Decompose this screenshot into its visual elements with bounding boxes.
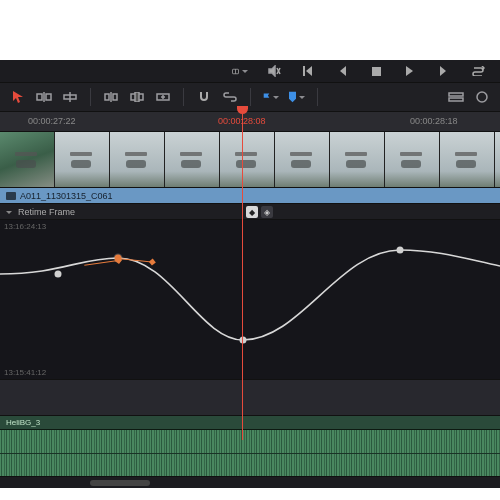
system-bar [0, 60, 500, 82]
retime-header[interactable]: Retime Frame ◆ ◈ [0, 204, 500, 220]
svg-rect-11 [105, 94, 109, 100]
thumb-frame [220, 132, 275, 188]
svg-rect-5 [372, 67, 381, 76]
overwrite-icon[interactable] [129, 90, 145, 104]
layout-menu-icon[interactable] [232, 64, 248, 78]
audio-track[interactable]: HeliBG_3 [0, 416, 500, 476]
thumb-frame [165, 132, 220, 188]
thumb-frame [110, 132, 165, 188]
timeline-view-icon[interactable] [448, 90, 464, 104]
svg-point-19 [477, 92, 487, 102]
selection-tool-icon[interactable] [10, 90, 26, 104]
clip-label-bar[interactable]: A011_11301315_C061 [0, 188, 500, 204]
step-fwd-icon[interactable] [436, 64, 452, 78]
track-gap [0, 380, 500, 416]
audio-waveform [0, 430, 500, 476]
svg-rect-18 [449, 98, 463, 101]
ruler-tc: 00:00:28:18 [410, 116, 458, 126]
svg-rect-17 [449, 93, 463, 96]
thumb-frame [440, 132, 495, 188]
blade-tool-icon[interactable] [62, 90, 78, 104]
link-icon[interactable] [222, 90, 238, 104]
trim-tool-icon[interactable] [36, 90, 52, 104]
svg-rect-12 [113, 94, 117, 100]
loop-icon[interactable] [470, 64, 486, 78]
step-back-icon[interactable] [334, 64, 350, 78]
clip-icon [6, 192, 16, 200]
horizontal-scrollbar[interactable] [0, 476, 500, 488]
keyframe[interactable] [397, 247, 404, 254]
zoom-circle-icon[interactable] [474, 90, 490, 104]
snap-magnet-icon[interactable] [196, 90, 212, 104]
keyframe-bezier-button[interactable]: ◈ [261, 206, 273, 218]
marker-menu-icon[interactable] [289, 90, 305, 104]
thumb-frame [495, 132, 500, 188]
mute-icon[interactable] [266, 64, 282, 78]
thumb-frame [385, 132, 440, 188]
thumb-frame [0, 132, 55, 188]
keyframe-linear-button[interactable]: ◆ [246, 206, 258, 218]
retime-label: Retime Frame [18, 207, 75, 217]
insert-icon[interactable] [103, 90, 119, 104]
playhead[interactable] [242, 112, 243, 440]
edit-toolbar [0, 82, 500, 112]
svg-rect-6 [37, 94, 42, 100]
timecode-ruler[interactable]: 00:00:27:22 00:00:28:08 00:00:28:18 [0, 112, 500, 132]
keyframe[interactable] [55, 271, 62, 278]
go-start-icon[interactable] [300, 64, 316, 78]
stop-icon[interactable] [368, 64, 384, 78]
clip-name: A011_11301315_C061 [20, 191, 113, 201]
replace-icon[interactable] [155, 90, 171, 104]
scrollbar-thumb[interactable] [90, 480, 150, 486]
retime-curve-editor[interactable]: 13:16:24:13 13:15:41:12 [0, 220, 500, 380]
svg-rect-4 [303, 66, 305, 76]
thumb-frame [275, 132, 330, 188]
thumb-frame [330, 132, 385, 188]
svg-rect-7 [46, 94, 51, 100]
play-icon[interactable] [402, 64, 418, 78]
audio-clip-name: HeliBG_3 [0, 416, 500, 430]
flag-menu-icon[interactable] [263, 90, 279, 104]
clip-thumbnails[interactable] [0, 132, 500, 188]
svg-rect-15 [135, 92, 139, 102]
thumb-frame [55, 132, 110, 188]
keyframe[interactable] [240, 337, 247, 344]
ruler-tc: 00:00:27:22 [28, 116, 76, 126]
